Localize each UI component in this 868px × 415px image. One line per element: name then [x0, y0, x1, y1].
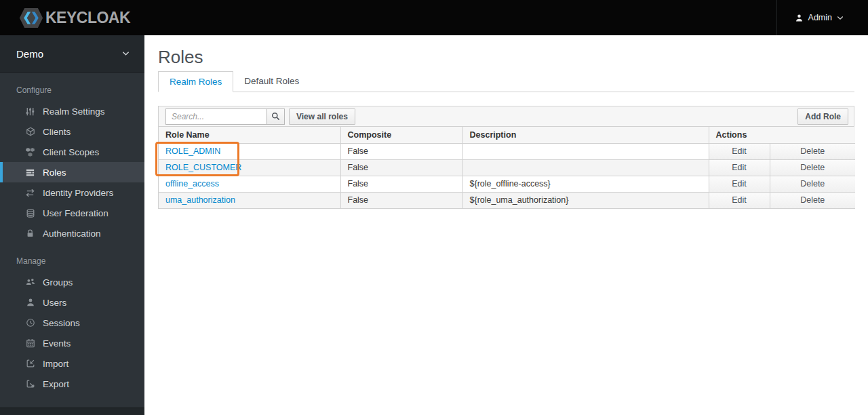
delete-action-cell: Delete: [770, 143, 855, 159]
realm-selector[interactable]: Demo: [0, 35, 144, 73]
delete-button[interactable]: Delete: [770, 160, 856, 176]
brand-wordmark: KEYCLOAK: [45, 9, 130, 27]
sidebar-item-users[interactable]: Users: [0, 292, 144, 313]
table-row-role-customer: ROLE_CUSTOMERFalseEditDelete: [159, 159, 855, 176]
sidebar-item-label: Clients: [43, 127, 71, 137]
role-name-link[interactable]: offline_access: [165, 179, 219, 189]
search-input[interactable]: [165, 108, 267, 125]
sidebar-item-label: User Federation: [43, 208, 108, 218]
page-title: Roles: [158, 47, 868, 66]
sliders-icon: [24, 106, 36, 117]
edit-button[interactable]: Edit: [709, 193, 770, 208]
composite-cell: False: [340, 143, 462, 159]
column-header-actions: Actions: [709, 127, 855, 143]
delete-action-cell: Delete: [770, 159, 855, 176]
edit-button[interactable]: Edit: [709, 176, 770, 192]
nav-section-label-manage: Manage: [0, 243, 144, 272]
user-menu-label: Admin: [808, 13, 832, 22]
edit-action-cell: Edit: [709, 159, 770, 176]
table-toolbar: View all roles Add Role: [159, 106, 854, 127]
table-row-uma-authorization: uma_authorizationFalse${role_uma_authori…: [159, 192, 855, 208]
sidebar-item-label: Client Scopes: [43, 147, 99, 157]
sidebar-item-authentication[interactable]: Authentication: [0, 223, 144, 243]
sidebar-item-label: Groups: [43, 277, 73, 288]
top-header-bar: KEYCLOAK Admin: [0, 0, 868, 35]
description-cell: ${role_offline-access}: [462, 176, 709, 192]
search-icon: [271, 112, 280, 121]
group-icon: [24, 277, 36, 287]
role-name-cell: uma_authorization: [159, 192, 340, 208]
user-icon: [795, 14, 804, 22]
description-cell: [462, 159, 709, 176]
composite-cell: False: [340, 176, 462, 192]
user-menu[interactable]: Admin: [776, 0, 868, 35]
nav-section-label-configure: Configure: [0, 73, 144, 101]
delete-button[interactable]: Delete: [770, 144, 856, 159]
sidebar-item-clients[interactable]: Clients: [0, 121, 144, 142]
exchange-arrows-icon: [24, 188, 36, 198]
sidebar-nav: ConfigureRealm SettingsClientsClient Sco…: [0, 73, 144, 394]
edit-button[interactable]: Edit: [709, 160, 770, 176]
table-row-role-admin: ROLE_ADMINFalseEditDelete: [159, 143, 855, 159]
table-row-offline-access: offline_accessFalse${role_offline-access…: [159, 176, 855, 192]
sidebar-item-label: Authentication: [43, 229, 101, 239]
role-name-cell: offline_access: [159, 176, 340, 192]
main-content: Roles Realm Roles Default Roles View all…: [144, 35, 868, 415]
role-name-link[interactable]: uma_authorization: [165, 195, 235, 205]
user-icon: [24, 298, 36, 307]
composite-cell: False: [340, 159, 462, 176]
import-icon: [24, 359, 36, 368]
keycloak-logo-icon: [19, 7, 43, 29]
sidebar-item-label: Events: [43, 338, 71, 349]
chevron-down-icon: [837, 16, 844, 20]
description-cell: ${role_uma_authorization}: [462, 192, 709, 208]
table-header-row: Role Name Composite Description Actions: [159, 127, 855, 143]
add-role-button[interactable]: Add Role: [797, 108, 848, 125]
edit-button[interactable]: Edit: [709, 144, 770, 159]
sidebar-item-label: Export: [43, 379, 69, 389]
composite-cell: False: [340, 192, 462, 208]
cube-icon: [24, 127, 36, 136]
sidebar-item-user-federation[interactable]: User Federation: [0, 203, 144, 223]
sidebar-item-events[interactable]: Events: [0, 333, 144, 353]
delete-button[interactable]: Delete: [770, 176, 856, 192]
roles-table: Role Name Composite Description Actions …: [159, 127, 855, 209]
sidebar-item-roles[interactable]: Roles: [0, 162, 144, 182]
edit-action-cell: Edit: [709, 143, 770, 159]
column-header-role-name: Role Name: [159, 127, 340, 143]
delete-action-cell: Delete: [770, 176, 855, 192]
sidebar-item-label: Roles: [43, 167, 66, 178]
sidebar-item-groups[interactable]: Groups: [0, 272, 144, 292]
database-icon: [24, 208, 36, 218]
sidebar-item-import[interactable]: Import: [0, 353, 144, 374]
role-name-cell: ROLE_ADMIN: [159, 143, 340, 159]
lock-icon: [24, 229, 36, 238]
role-name-link[interactable]: ROLE_CUSTOMER: [165, 163, 241, 172]
sidebar-item-realm-settings[interactable]: Realm Settings: [0, 101, 144, 121]
sidebar-footer: [0, 408, 144, 415]
tab-default-roles[interactable]: Default Roles: [233, 71, 310, 92]
sidebar-item-label: Sessions: [43, 318, 80, 328]
list-icon: [24, 167, 36, 178]
search-button[interactable]: [267, 108, 285, 125]
role-name-link[interactable]: ROLE_ADMIN: [165, 146, 220, 156]
cubes-icon: [24, 147, 36, 157]
delete-button[interactable]: Delete: [770, 193, 856, 208]
tab-realm-roles[interactable]: Realm Roles: [158, 71, 233, 92]
sidebar-item-client-scopes[interactable]: Client Scopes: [0, 142, 144, 162]
sidebar-item-label: Users: [43, 298, 66, 308]
delete-action-cell: Delete: [770, 192, 855, 208]
sidebar-item-sessions[interactable]: Sessions: [0, 313, 144, 333]
roles-table-container: View all roles Add Role Role Name Compos…: [158, 106, 854, 209]
description-cell: [462, 143, 709, 159]
export-icon: [24, 379, 36, 389]
sidebar-item-label: Import: [43, 359, 68, 369]
role-name-cell: ROLE_CUSTOMER: [159, 159, 340, 176]
column-header-description: Description: [462, 127, 709, 143]
keycloak-logo[interactable]: KEYCLOAK: [19, 7, 130, 29]
sidebar-item-identity-providers[interactable]: Identity Providers: [0, 182, 144, 203]
sidebar: Demo ConfigureRealm SettingsClientsClien…: [0, 35, 144, 415]
sidebar-item-export[interactable]: Export: [0, 374, 144, 394]
tab-bar: Realm Roles Default Roles: [158, 71, 854, 92]
view-all-roles-button[interactable]: View all roles: [289, 108, 355, 125]
